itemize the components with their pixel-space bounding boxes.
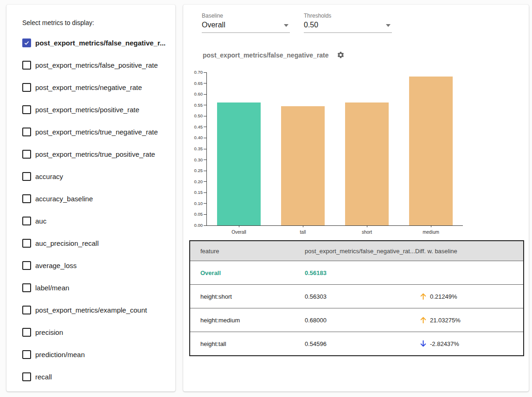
metric-item-post-export-metrics-true-negative-rate[interactable]: post_export_metrics/true_negative_rate — [22, 121, 172, 143]
metric-label: auc_precision_recall — [35, 239, 99, 247]
y-axis-tick-label: 0.55 — [189, 102, 203, 108]
bar-tall[interactable] — [281, 106, 325, 225]
bar-overall[interactable] — [217, 102, 261, 225]
thresholds-selected-option: 0.50 — [304, 21, 318, 29]
metric-item-post-export-metrics-false-negative-r[interactable]: post_export_metrics/false_negative_r... — [22, 32, 172, 54]
checkbox[interactable] — [22, 105, 31, 114]
metric-item-post-export-metrics-negative-rate[interactable]: post_export_metrics/negative_rate — [22, 76, 172, 98]
table-row: height:tall0.54596-2.82437% — [190, 332, 523, 355]
table-header-row: feature post_export_metrics/false_negati… — [190, 241, 523, 261]
col-header-diff: Diff. w. baseline — [415, 248, 523, 255]
metric-item-post-export-metrics-true-positive-rate[interactable]: post_export_metrics/true_positive_rate — [22, 143, 172, 165]
gear-icon — [337, 51, 345, 59]
metric-label: accuracy — [35, 173, 63, 180]
arrow-up-icon — [420, 316, 427, 324]
checkbox[interactable] — [22, 83, 31, 92]
checkbox[interactable] — [22, 261, 31, 270]
checkbox[interactable] — [22, 150, 31, 159]
table-row: height:short0.563030.21249% — [190, 284, 523, 308]
settings-gear-button[interactable] — [337, 51, 345, 59]
cell-feature: height:short — [190, 293, 305, 300]
metric-item-post-export-metrics-false-positive-rate[interactable]: post_export_metrics/false_positive_rate — [22, 54, 172, 76]
arrow-down-icon — [420, 339, 427, 348]
cell-diff: 0.21249% — [415, 292, 523, 301]
cell-feature: Overall — [190, 269, 305, 276]
y-axis-tick — [204, 127, 207, 127]
metric-label: post_export_metrics/true_negative_rate — [35, 128, 158, 136]
baseline-select[interactable]: Baseline Overall — [202, 13, 290, 33]
y-axis-tick-label: 0.60 — [189, 91, 203, 97]
baseline-select-value[interactable]: Overall — [202, 19, 290, 33]
checkbox[interactable] — [22, 61, 31, 70]
x-axis-tick — [239, 225, 239, 227]
metric-item-label-mean[interactable]: label/mean — [22, 276, 172, 299]
thresholds-select-value[interactable]: 0.50 — [304, 19, 392, 33]
metric-item-prediction-mean[interactable]: prediction/mean — [22, 343, 172, 365]
bar-short[interactable] — [345, 102, 389, 225]
checkbox[interactable] — [22, 283, 31, 292]
checkbox[interactable] — [22, 38, 31, 47]
checkbox[interactable] — [22, 328, 31, 337]
y-axis-tick — [204, 160, 207, 160]
y-axis-tick — [204, 214, 207, 215]
checkbox[interactable] — [22, 194, 31, 203]
checkbox[interactable] — [22, 372, 31, 381]
checkbox[interactable] — [22, 172, 31, 181]
metric-item-average-loss[interactable]: average_loss — [22, 254, 172, 276]
metric-label: post_export_metrics/false_positive_rate — [35, 61, 158, 69]
x-axis-tick — [367, 225, 367, 227]
metrics-table: feature post_export_metrics/false_negati… — [189, 240, 524, 356]
y-axis-tick — [204, 171, 207, 171]
checkbox[interactable] — [22, 306, 31, 314]
check-icon — [24, 40, 30, 46]
diff-value: 21.03275% — [430, 317, 461, 324]
arrow-up-icon — [420, 292, 427, 301]
y-axis-tick — [204, 94, 207, 95]
metric-label: post_export_metrics/false_negative_r... — [35, 39, 166, 47]
y-axis-tick-label: 0.05 — [189, 211, 203, 217]
thresholds-select[interactable]: Thresholds 0.50 — [304, 13, 392, 33]
metric-label: recall — [35, 373, 52, 381]
baseline-selected-option: Overall — [202, 21, 225, 29]
checkbox[interactable] — [22, 239, 31, 248]
cell-metric-value: 0.54596 — [305, 340, 415, 347]
metric-item-precision[interactable]: precision — [22, 321, 172, 343]
metric-label: accuracy_baseline — [35, 195, 93, 203]
metric-label: post_export_metrics/positive_rate — [35, 106, 139, 114]
metric-item-recall[interactable]: recall — [22, 365, 172, 388]
y-axis-tick — [204, 72, 207, 73]
chevron-down-icon — [386, 24, 391, 27]
metric-item-accuracy-baseline[interactable]: accuracy_baseline — [22, 187, 172, 210]
cell-feature: height:tall — [190, 340, 305, 347]
metric-item-auc-precision-recall[interactable]: auc_precision_recall — [22, 232, 172, 254]
cell-metric-value: 0.56183 — [305, 269, 415, 276]
cell-feature: height:medium — [190, 317, 305, 324]
metric-label: auc — [35, 217, 46, 225]
bar-medium[interactable] — [409, 77, 453, 225]
y-axis-tick — [204, 116, 207, 116]
checkbox[interactable] — [22, 350, 31, 359]
bar-chart: 0.000.050.100.150.200.250.300.350.400.45… — [189, 72, 476, 242]
y-axis-tick — [204, 138, 207, 138]
x-axis-tick — [303, 225, 303, 227]
col-header-metric: post_export_metrics/false_negative_rat..… — [305, 248, 415, 255]
metric-item-auc[interactable]: auc — [22, 210, 172, 232]
metric-label: post_export_metrics/negative_rate — [35, 83, 142, 91]
y-axis-tick-label: 0.40 — [189, 135, 203, 141]
metric-item-post-export-metrics-positive-rate[interactable]: post_export_metrics/positive_rate — [22, 98, 172, 121]
metric-label: precision — [35, 328, 63, 336]
table-row: Overall0.56183 — [190, 261, 523, 284]
x-axis-tick-label: tall — [280, 230, 326, 235]
metric-label: post_export_metrics/true_positive_rate — [35, 150, 155, 158]
metric-item-accuracy[interactable]: accuracy — [22, 165, 172, 187]
y-axis-tick — [204, 105, 207, 105]
checkbox[interactable] — [22, 217, 31, 225]
chart-plot: 0.000.050.100.150.200.250.300.350.400.45… — [206, 72, 463, 226]
metric-label: average_loss — [35, 262, 77, 269]
y-axis-tick — [204, 203, 207, 204]
x-axis-tick-label: Overall — [216, 230, 262, 235]
checkbox[interactable] — [22, 128, 31, 136]
metric-label: prediction/mean — [35, 351, 85, 359]
y-axis-tick — [204, 225, 207, 226]
metric-item-post-export-metrics-example-count[interactable]: post_export_metrics/example_count — [22, 299, 172, 321]
